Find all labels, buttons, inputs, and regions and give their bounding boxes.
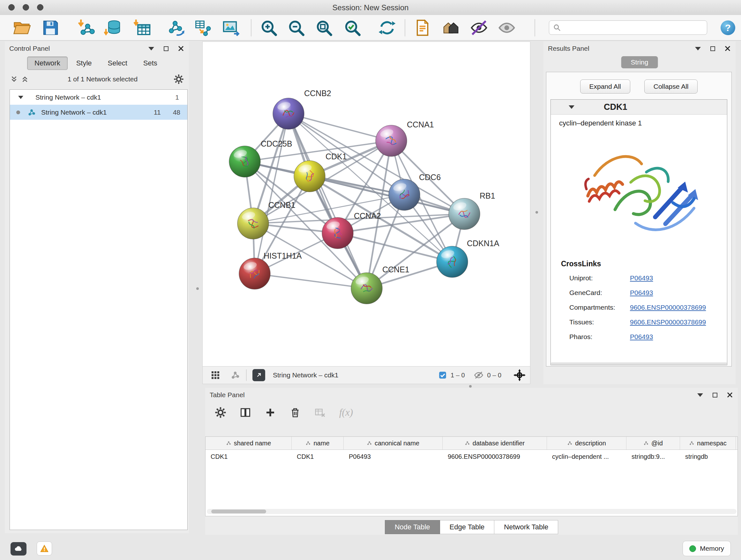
- zoom-in-icon[interactable]: [260, 19, 278, 37]
- grid-view-icon[interactable]: [210, 370, 220, 380]
- panel-float-icon[interactable]: [711, 46, 715, 51]
- crosslink-value-link[interactable]: 9606.ENSP00000378699: [630, 318, 706, 326]
- crosslink-value-link[interactable]: P06493: [630, 333, 653, 341]
- annotation-clipboard-icon[interactable]: [414, 19, 431, 37]
- home-icon[interactable]: [442, 19, 460, 37]
- network-edge[interactable]: [255, 273, 367, 288]
- table-options-gear-icon[interactable]: [215, 407, 226, 418]
- column-header-database-identifier[interactable]: database identifier: [443, 437, 547, 449]
- maximize-window-icon[interactable]: [37, 4, 44, 10]
- selected-checkbox-icon[interactable]: [439, 371, 447, 379]
- tab-network-table[interactable]: Network Table: [494, 520, 558, 534]
- results-scrollbar[interactable]: [551, 362, 727, 365]
- eye-icon[interactable]: [498, 19, 516, 37]
- panel-collapse-icon[interactable]: [695, 47, 701, 51]
- protein-collapse-icon[interactable]: [569, 105, 575, 109]
- table-cell[interactable]: P06493: [344, 453, 443, 460]
- export-image-icon[interactable]: [222, 19, 240, 37]
- toggle-visibility-icon[interactable]: [470, 19, 488, 37]
- network-edge[interactable]: [288, 114, 367, 288]
- delete-column-icon[interactable]: [289, 407, 301, 418]
- network-node-cdk1[interactable]: [294, 161, 325, 192]
- search-input[interactable]: [564, 23, 707, 32]
- import-table-icon[interactable]: [133, 19, 151, 37]
- open-session-icon[interactable]: [13, 19, 30, 37]
- network-node-rb1[interactable]: [449, 198, 480, 230]
- table-cell[interactable]: CDK1: [205, 453, 292, 460]
- network-node-ccnb1[interactable]: [238, 208, 269, 239]
- network-node-ccne1[interactable]: [351, 273, 382, 304]
- table-cell[interactable]: CDK1: [292, 453, 344, 460]
- table-cell[interactable]: stringdb: [680, 453, 736, 460]
- network-edge[interactable]: [255, 114, 288, 273]
- expand-all-button[interactable]: Expand All: [580, 79, 630, 94]
- network-node-cdc6[interactable]: [389, 179, 420, 210]
- tree-expand-icon[interactable]: [18, 96, 23, 99]
- tab-network[interactable]: Network: [27, 57, 68, 70]
- cloud-status-button[interactable]: [10, 542, 26, 556]
- bottom-splitter-handle[interactable]: [469, 385, 472, 388]
- crosslink-value-link[interactable]: 9606.ENSP00000378699: [630, 304, 706, 311]
- table-horizontal-scrollbar[interactable]: [207, 509, 737, 514]
- tab-select[interactable]: Select: [100, 57, 135, 70]
- panel-close-icon[interactable]: [725, 46, 731, 51]
- import-database-icon[interactable]: [104, 19, 122, 37]
- crosslink-value-link[interactable]: P06493: [630, 289, 653, 297]
- panel-float-icon[interactable]: [713, 393, 718, 397]
- network-options-gear-icon[interactable]: [174, 74, 184, 84]
- crosslink-value-link[interactable]: P06493: [630, 274, 653, 282]
- memory-button[interactable]: Memory: [683, 541, 731, 556]
- network-collection-row[interactable]: String Network – cdk1 1: [10, 90, 187, 105]
- protein-card-header[interactable]: CDK1: [551, 100, 727, 115]
- column-header-namespac[interactable]: namespac: [680, 437, 736, 449]
- column-header-name[interactable]: name: [292, 437, 344, 449]
- search-box[interactable]: [549, 20, 707, 35]
- table-cell[interactable]: cyclin–dependent ...: [547, 453, 626, 460]
- network-from-table-icon[interactable]: [194, 19, 212, 37]
- table-cell[interactable]: stringdb:9...: [626, 453, 680, 460]
- expand-all-networks-icon[interactable]: [10, 75, 18, 83]
- refresh-view-icon[interactable]: [378, 19, 396, 37]
- left-splitter-handle[interactable]: [196, 287, 199, 290]
- table-cell[interactable]: 9606.ENSP00000378699: [443, 453, 547, 460]
- panel-collapse-icon[interactable]: [148, 47, 154, 51]
- merge-network-icon[interactable]: [167, 19, 185, 37]
- tab-sets[interactable]: Sets: [136, 57, 165, 70]
- save-session-icon[interactable]: [42, 19, 59, 37]
- add-column-icon[interactable]: [265, 407, 276, 418]
- show-columns-icon[interactable]: [240, 407, 251, 418]
- warnings-button[interactable]: [37, 542, 52, 556]
- column-header-canonical-name[interactable]: canonical name: [344, 437, 443, 449]
- help-button[interactable]: ?: [721, 20, 735, 35]
- network-node-ccna1[interactable]: [376, 125, 407, 157]
- panel-collapse-icon[interactable]: [697, 393, 703, 397]
- collapse-all-button[interactable]: Collapse All: [644, 79, 698, 94]
- collapse-all-networks-icon[interactable]: [21, 75, 29, 83]
- import-network-icon[interactable]: [77, 19, 95, 37]
- network-node-cdkn1a[interactable]: [436, 246, 468, 277]
- tab-node-table[interactable]: Node Table: [385, 520, 440, 534]
- network-row-selected[interactable]: String Network – cdk1 11 48: [10, 105, 187, 120]
- tab-style[interactable]: Style: [69, 57, 99, 70]
- minimize-window-icon[interactable]: [23, 4, 29, 10]
- table-row[interactable]: CDK1CDK1P064939606.ENSP00000378699cyclin…: [205, 450, 738, 463]
- hidden-eye-slash-icon[interactable]: [474, 370, 483, 380]
- zoom-selected-icon[interactable]: [343, 19, 361, 37]
- panel-float-icon[interactable]: [164, 46, 169, 51]
- fit-selected-crosshair-icon[interactable]: [514, 369, 526, 381]
- zoom-out-icon[interactable]: [287, 19, 305, 37]
- column-header-shared-name[interactable]: shared name: [205, 437, 292, 449]
- panel-close-icon[interactable]: [727, 392, 733, 398]
- network-node-ccnb2[interactable]: [273, 98, 304, 129]
- column-header-description[interactable]: description: [547, 437, 626, 449]
- tab-string[interactable]: String: [621, 56, 658, 68]
- network-node-ccna2[interactable]: [322, 217, 353, 249]
- column-header--id[interactable]: @id: [626, 437, 680, 449]
- zoom-fit-icon[interactable]: [315, 19, 333, 37]
- birdseye-view-icon[interactable]: [230, 370, 240, 380]
- network-canvas[interactable]: CCNB2CCNA1CDC25BCDK1CDC6RB1CCNB1CCNA2CDK…: [203, 42, 530, 366]
- window-controls[interactable]: [8, 4, 44, 10]
- network-node-cdc25b[interactable]: [229, 146, 260, 177]
- network-view[interactable]: CCNB2CCNA1CDC25BCDK1CDC6RB1CCNB1CCNA2CDK…: [202, 42, 530, 384]
- open-in-new-window-button[interactable]: [253, 369, 265, 381]
